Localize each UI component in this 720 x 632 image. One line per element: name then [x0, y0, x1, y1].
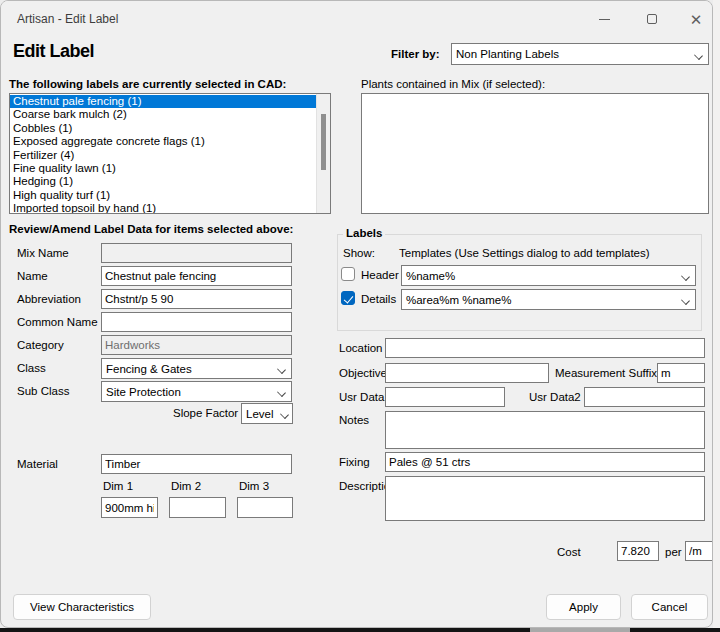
list-item[interactable]: Exposed aggregate concrete flags (1)	[10, 135, 316, 148]
maximize-button[interactable]	[629, 1, 675, 37]
list-item[interactable]: High quality turf (1)	[10, 189, 316, 202]
plants-listbox[interactable]	[361, 93, 709, 214]
cad-listbox[interactable]: Chestnut pale fencing (1)Coarse bark mul…	[9, 93, 331, 214]
minimize-icon	[599, 19, 610, 20]
usr-data1-field[interactable]	[385, 387, 505, 407]
dim2-label: Dim 2	[171, 480, 201, 492]
usr-data1-label: Usr Data1	[339, 391, 391, 403]
name-field[interactable]	[101, 266, 292, 286]
chevron-down-icon	[694, 51, 703, 60]
class-label: Class	[17, 362, 46, 374]
background-segment	[530, 628, 630, 632]
slope-factor-combobox[interactable]: Level	[241, 403, 293, 424]
usr-data2-label: Usr Data2	[529, 391, 581, 403]
filter-by-combobox[interactable]: Non Planting Labels	[451, 43, 709, 65]
material-label: Material	[17, 458, 58, 470]
sub-class-combobox[interactable]: Site Protection	[101, 381, 292, 402]
details-template-value: %area%m %name%	[406, 294, 511, 306]
apply-button[interactable]: Apply	[546, 594, 621, 620]
material-field[interactable]	[101, 454, 292, 474]
objective-field[interactable]	[385, 363, 549, 383]
category-label: Category	[17, 339, 64, 351]
list-item[interactable]: Coarse bark mulch (2)	[10, 108, 316, 121]
list-item[interactable]: Fine quality lawn (1)	[10, 162, 316, 175]
view-characteristics-button[interactable]: View Characteristics	[13, 594, 151, 620]
header-template-value: %name%	[406, 270, 455, 282]
mix-name-label: Mix Name	[17, 247, 69, 259]
cad-list-items: Chestnut pale fencing (1)Coarse bark mul…	[10, 95, 316, 213]
show-label: Show:	[343, 247, 375, 259]
dim1-label: Dim 1	[103, 480, 133, 492]
window-title: Artisan - Edit Label	[17, 12, 118, 26]
sub-class-label: Sub Class	[17, 385, 69, 397]
dim3-label: Dim 3	[239, 480, 269, 492]
page-title: Edit Label	[13, 41, 94, 62]
common-name-label: Common Name	[17, 316, 98, 328]
fixing-field[interactable]	[385, 452, 705, 472]
close-icon: ✕	[690, 12, 703, 27]
class-value: Fencing & Gates	[106, 363, 192, 375]
header-checkbox[interactable]	[341, 267, 355, 281]
chevron-down-icon	[681, 272, 690, 281]
cost-label: Cost	[557, 546, 581, 558]
objective-label: Objective	[339, 367, 387, 379]
notes-field[interactable]	[385, 411, 705, 449]
list-item[interactable]: Imported topsoil by hand (1)	[10, 202, 316, 214]
title-bar[interactable]: Artisan - Edit Label ✕	[1, 1, 712, 37]
labels-group-title: Labels	[343, 227, 385, 239]
list-item[interactable]: Cobbles (1)	[10, 122, 316, 135]
chevron-down-icon	[681, 296, 690, 305]
abbreviation-field[interactable]	[101, 289, 292, 309]
templates-label: Templates (Use Settings dialog to add te…	[399, 247, 650, 259]
minimize-button[interactable]	[581, 1, 627, 37]
chevron-down-icon	[280, 410, 289, 419]
cost-unit-field[interactable]	[685, 541, 713, 561]
usr-data2-field[interactable]	[584, 387, 705, 407]
edit-label-dialog: Artisan - Edit Label ✕ Edit Label Filter…	[0, 0, 713, 628]
dim3-field[interactable]	[237, 497, 293, 518]
filter-by-label: Filter by:	[391, 48, 440, 60]
dim2-field[interactable]	[169, 497, 226, 518]
chevron-down-icon	[277, 388, 286, 397]
background-taskbar-strip	[0, 628, 720, 632]
plants-list-label: Plants contained in Mix (if selected):	[361, 78, 545, 90]
notes-label: Notes	[339, 414, 369, 426]
cost-field[interactable]	[617, 541, 659, 561]
slope-factor-label: Slope Factor	[173, 407, 238, 419]
details-template-combobox[interactable]: %area%m %name%	[401, 289, 696, 310]
description-field[interactable]	[385, 476, 705, 521]
review-section-title: Review/Amend Label Data for items select…	[9, 223, 293, 235]
close-button[interactable]: ✕	[673, 1, 713, 37]
cad-list-label: The following labels are currently selec…	[9, 78, 286, 90]
plants-list-items	[362, 95, 708, 213]
sub-class-value: Site Protection	[106, 386, 181, 398]
common-name-field[interactable]	[101, 312, 292, 332]
dim1-field[interactable]	[101, 497, 158, 518]
measurement-suffix-label: Measurement Suffix	[555, 367, 657, 379]
scrollbar-thumb[interactable]	[321, 114, 326, 170]
list-item[interactable]: Hedging (1)	[10, 175, 316, 188]
header-template-combobox[interactable]: %name%	[401, 265, 696, 286]
list-item[interactable]: Fertilizer (4)	[10, 149, 316, 162]
class-combobox[interactable]: Fencing & Gates	[101, 358, 292, 379]
filter-by-value: Non Planting Labels	[456, 48, 559, 60]
details-checkbox-label: Details	[361, 293, 396, 305]
background-app-sliver	[713, 0, 720, 628]
category-field[interactable]	[101, 335, 292, 355]
location-label: Location	[339, 342, 382, 354]
cancel-button[interactable]: Cancel	[631, 594, 708, 620]
details-checkbox[interactable]	[341, 291, 355, 305]
mix-name-field[interactable]	[101, 243, 292, 263]
location-field[interactable]	[385, 338, 705, 358]
chevron-down-icon	[277, 365, 286, 374]
cad-list-scrollbar[interactable]	[316, 94, 330, 213]
maximize-icon	[647, 14, 657, 24]
abbreviation-label: Abbreviation	[17, 293, 81, 305]
header-checkbox-label: Header	[361, 269, 399, 281]
name-label: Name	[17, 270, 48, 282]
list-item[interactable]: Chestnut pale fencing (1)	[10, 95, 316, 108]
fixing-label: Fixing	[339, 456, 370, 468]
cost-per-label: per	[665, 546, 682, 558]
measurement-suffix-field[interactable]	[657, 363, 705, 383]
slope-factor-value: Level	[246, 408, 274, 420]
